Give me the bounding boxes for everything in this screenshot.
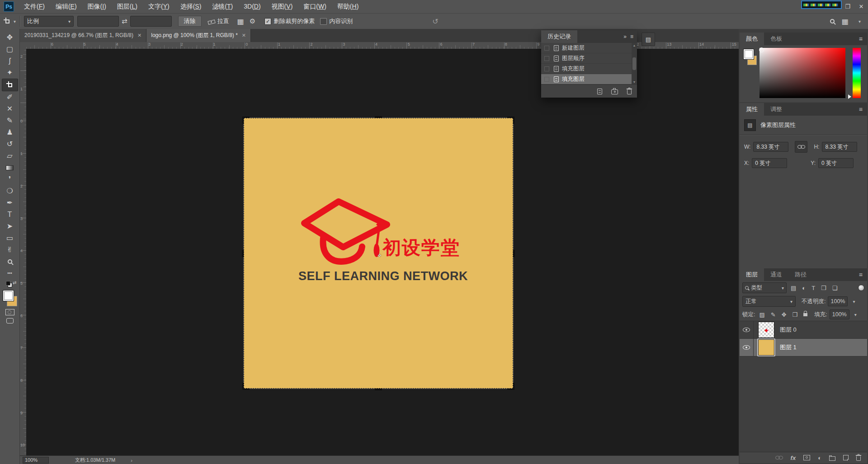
straighten-label[interactable]: 拉直 bbox=[217, 17, 229, 25]
content-aware-checkbox[interactable] bbox=[320, 18, 327, 25]
lock-transparent-pixels-icon[interactable]: ▨ bbox=[757, 311, 766, 318]
y-field[interactable]: 0 英寸 bbox=[818, 158, 854, 168]
menu-item-f[interactable]: 文件(F) bbox=[19, 3, 50, 10]
reset-icon[interactable]: ↺ bbox=[429, 17, 441, 26]
lock-all-icon[interactable] bbox=[803, 313, 807, 316]
crop-handle-right[interactable] bbox=[513, 250, 515, 257]
color-panel-swatches[interactable] bbox=[742, 49, 758, 65]
link-dimensions-button[interactable] bbox=[795, 141, 807, 153]
move-tool[interactable]: ✥ bbox=[2, 32, 18, 43]
menu-item-v[interactable]: 视图(V) bbox=[266, 3, 298, 10]
scroll-up-icon[interactable]: ▲ bbox=[633, 44, 636, 47]
fill-value[interactable]: 100% bbox=[830, 309, 849, 319]
workspace-chevron-icon[interactable]: ▾ bbox=[859, 19, 861, 24]
menu-item-y[interactable]: 文字(Y) bbox=[143, 3, 175, 10]
history-item[interactable]: 图层顺序 bbox=[541, 53, 632, 64]
history-item[interactable]: 新建图层 bbox=[541, 43, 632, 53]
crop-handle-top-left[interactable] bbox=[242, 117, 250, 124]
color-picker-ring[interactable] bbox=[759, 47, 764, 52]
eye-icon[interactable] bbox=[743, 345, 750, 350]
link-layers-icon[interactable] bbox=[775, 456, 783, 459]
layer-1-name[interactable]: 图层 1 bbox=[780, 343, 797, 352]
lasso-tool[interactable]: ʃ bbox=[2, 55, 18, 67]
new-layer-icon[interactable] bbox=[843, 455, 849, 460]
dodge-tool[interactable]: ❍ bbox=[2, 185, 18, 197]
crop-tool-preset-icon[interactable] bbox=[4, 18, 11, 25]
tab-properties[interactable]: 属性 bbox=[740, 103, 764, 116]
tab-color[interactable]: 颜色 bbox=[740, 33, 764, 45]
crop-height-input[interactable] bbox=[130, 16, 172, 27]
crop-handle-top-right[interactable] bbox=[507, 117, 514, 124]
crop-tool[interactable] bbox=[2, 79, 18, 91]
foreground-color-swatch[interactable] bbox=[743, 49, 754, 60]
scroll-down-icon[interactable]: ▼ bbox=[633, 80, 636, 84]
delete-layer-icon[interactable] bbox=[856, 456, 861, 461]
straighten-icon[interactable] bbox=[208, 19, 215, 25]
pen-tool[interactable]: ✒ bbox=[2, 197, 18, 209]
hue-slider-bar[interactable] bbox=[853, 48, 861, 98]
menu-item-d[interactable]: 3D(D) bbox=[238, 3, 266, 10]
crop-ratio-select[interactable]: 比例 ▾ bbox=[24, 16, 74, 27]
delete-state-icon[interactable] bbox=[627, 90, 632, 94]
tool-preset-chevron[interactable]: ▾ bbox=[14, 19, 16, 24]
lock-position-icon[interactable]: ✥ bbox=[780, 311, 788, 318]
collapsed-panel-button[interactable]: ▤ bbox=[642, 33, 655, 46]
hand-tool[interactable]: ✌ bbox=[2, 244, 18, 256]
foreground-background-swatches[interactable] bbox=[2, 290, 18, 306]
height-field[interactable]: 8.33 英寸 bbox=[822, 142, 857, 152]
history-scrollbar[interactable]: ▲ ▼ bbox=[632, 43, 637, 84]
quick-mask-button[interactable] bbox=[5, 309, 14, 315]
gradient-tool[interactable] bbox=[2, 162, 18, 173]
hue-slider-arrow[interactable] bbox=[848, 94, 851, 99]
default-swap-colors[interactable]: ⇄ bbox=[4, 280, 16, 287]
width-field[interactable]: 8.33 英寸 bbox=[753, 142, 788, 152]
scrollbar-thumb[interactable] bbox=[632, 57, 636, 70]
opacity-value[interactable]: 100% bbox=[828, 296, 848, 306]
blur-tool[interactable]: ❜ bbox=[2, 173, 18, 185]
filter-adjustment-layers-icon[interactable]: ◐ bbox=[800, 285, 807, 291]
chevron-down-icon[interactable]: ▾ bbox=[854, 312, 857, 317]
ruler-corner[interactable] bbox=[20, 42, 27, 49]
panel-menu-icon[interactable]: ≡ bbox=[854, 268, 867, 281]
tab-adjustments[interactable]: 调整 bbox=[764, 103, 788, 116]
layer-0-name[interactable]: 图层 0 bbox=[780, 326, 797, 334]
eraser-tool[interactable]: ▱ bbox=[2, 150, 18, 162]
patch-tool[interactable]: ✕ bbox=[2, 103, 18, 115]
tab-swatches[interactable]: 色板 bbox=[764, 33, 788, 45]
layer-row-1[interactable]: 图层 1 bbox=[740, 339, 867, 356]
document-tab-2[interactable]: logo.png @ 100% (图层 1, RGB/8) * ✕ bbox=[146, 29, 251, 42]
rectangle-tool[interactable]: ▭ bbox=[2, 232, 18, 244]
layer-filter-toggle[interactable] bbox=[858, 285, 864, 291]
history-brush-source-checkbox[interactable] bbox=[544, 46, 549, 51]
menu-item-w[interactable]: 窗口(W) bbox=[298, 3, 332, 10]
clear-button[interactable]: 清除 bbox=[178, 16, 202, 27]
history-brush-tool[interactable]: ↺ bbox=[2, 138, 18, 150]
quick-selection-tool[interactable]: ✦ bbox=[2, 67, 18, 79]
history-brush-source-checkbox[interactable] bbox=[544, 56, 549, 61]
crop-handle-bottom-right[interactable] bbox=[507, 383, 514, 390]
foreground-color-swatch[interactable] bbox=[3, 290, 14, 301]
path-selection-tool[interactable]: ➤ bbox=[2, 220, 18, 232]
history-brush-source-checkbox[interactable] bbox=[544, 77, 549, 82]
layer-style-fx-icon[interactable]: fx bbox=[791, 455, 796, 461]
tab-close-icon[interactable]: ✕ bbox=[242, 33, 246, 38]
crop-width-input[interactable] bbox=[77, 16, 119, 27]
tab-layers[interactable]: 图层 bbox=[740, 268, 764, 281]
eyedropper-tool[interactable]: ✐ bbox=[2, 91, 18, 103]
panel-menu-icon[interactable]: ≡ bbox=[854, 33, 867, 45]
screen-mode-button[interactable] bbox=[6, 318, 14, 323]
layer-1-thumbnail[interactable] bbox=[758, 339, 774, 356]
saturation-brightness-field[interactable] bbox=[760, 48, 845, 98]
filter-smart-objects-icon[interactable]: ❏ bbox=[830, 285, 840, 291]
close-button[interactable]: ✕ bbox=[854, 0, 868, 13]
layer-filter-select[interactable]: 类型 ▾ bbox=[742, 282, 787, 293]
document-canvas[interactable]: 初设学堂 SELF LEARNING NETWORK ✧ bbox=[244, 118, 513, 389]
zoom-level-field[interactable]: 100% bbox=[23, 457, 49, 464]
crop-handle-bottom[interactable] bbox=[375, 389, 382, 390]
layer-0-thumbnail[interactable]: ◆ bbox=[758, 322, 774, 338]
history-item[interactable]: 填充图层 bbox=[541, 64, 632, 74]
menu-item-s[interactable]: 选择(S) bbox=[175, 3, 207, 10]
crop-handle-top[interactable] bbox=[375, 116, 382, 118]
lock-image-pixels-icon[interactable]: ✎ bbox=[769, 311, 778, 318]
zoom-tool[interactable] bbox=[2, 256, 18, 267]
